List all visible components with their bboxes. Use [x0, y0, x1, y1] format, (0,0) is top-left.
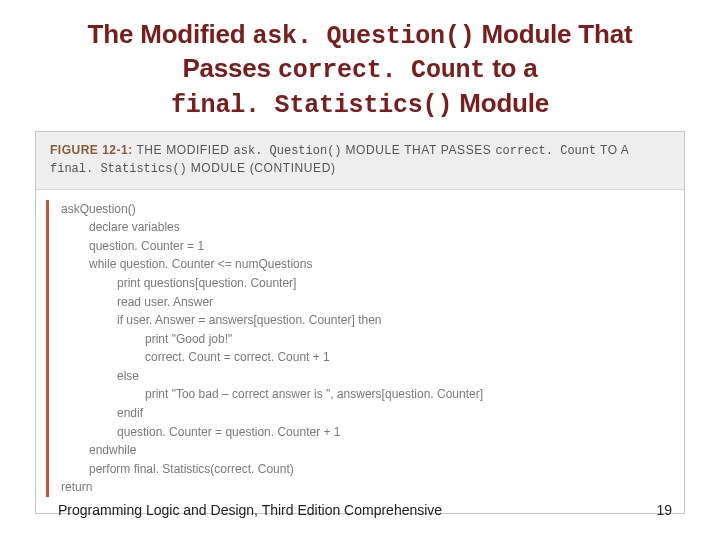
code-area: askQuestion()declare variablesquestion. … — [36, 190, 684, 514]
code-line: else — [61, 367, 483, 386]
code-line: endwhile — [61, 441, 483, 460]
code-line: print questions[question. Counter] — [61, 274, 483, 293]
figure-cap-m3: final. Statistics() — [50, 162, 187, 176]
figure-cap-m2: correct. Count — [495, 144, 596, 158]
figure-cap-m1: ask. Question() — [234, 144, 342, 158]
figure-cap-t1: THE MODIFIED — [133, 143, 234, 157]
code-line: question. Counter = 1 — [61, 237, 483, 256]
title-mono-3: final. Statistics() — [171, 91, 452, 120]
title-mono-2: correct. Count — [278, 56, 485, 85]
code-line: declare variables — [61, 218, 483, 237]
figure-box: FIGURE 12-1: THE MODIFIED ask. Question(… — [35, 131, 685, 514]
code-line: question. Counter = question. Counter + … — [61, 423, 483, 442]
footer: Programming Logic and Design, Third Edit… — [0, 502, 720, 518]
title-text-4: Module — [452, 88, 549, 118]
footer-page: 19 — [656, 502, 672, 518]
figure-cap-t2: MODULE THAT PASSES — [342, 143, 496, 157]
code-line: print "Good job!" — [61, 330, 483, 349]
footer-book: Programming Logic and Design, Third Edit… — [58, 502, 442, 518]
slide: The Modified ask. Question() Module That… — [0, 0, 720, 540]
code-line: read user. Answer — [61, 293, 483, 312]
title-text-3: to a — [485, 53, 537, 83]
code-lines: askQuestion()declare variablesquestion. … — [61, 200, 483, 498]
figure-caption: FIGURE 12-1: THE MODIFIED ask. Question(… — [36, 132, 684, 190]
code-line: if user. Answer = answers[question. Coun… — [61, 311, 483, 330]
code-line: while question. Counter <= numQuestions — [61, 255, 483, 274]
figure-cap-t3: TO A — [596, 143, 629, 157]
code-line: print "Too bad – correct answer is ", an… — [61, 385, 483, 404]
code-line: askQuestion() — [61, 200, 483, 219]
slide-title: The Modified ask. Question() Module That… — [50, 18, 670, 121]
title-text-1: The Modified — [88, 19, 253, 49]
code-line: return — [61, 478, 483, 497]
code-line: endif — [61, 404, 483, 423]
code-rule — [46, 200, 49, 498]
figure-label: FIGURE 12-1: — [50, 143, 133, 157]
code-line: correct. Count = correct. Count + 1 — [61, 348, 483, 367]
figure-cap-t4: MODULE (CONTINUED) — [187, 161, 336, 175]
code-line: perform final. Statistics(correct. Count… — [61, 460, 483, 479]
title-mono-1: ask. Question() — [252, 22, 474, 51]
